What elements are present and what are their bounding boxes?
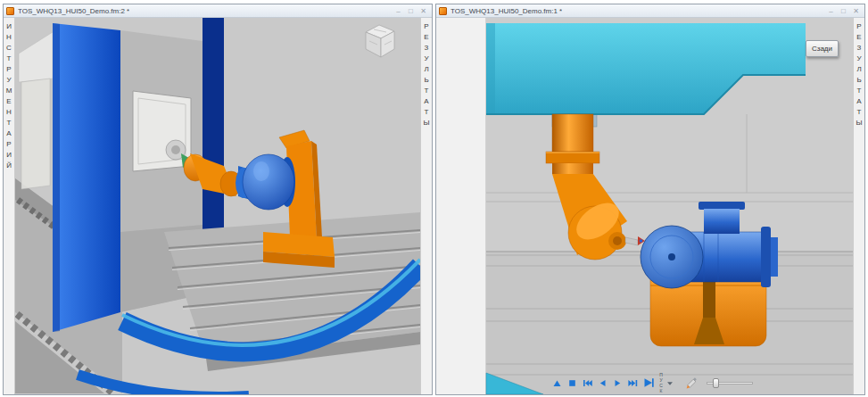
app-root: TOS_WHQ13_HUI50_Demo.fm:2 * – □ ✕ ИНСТРУ… <box>0 0 868 397</box>
scene-left-band <box>436 18 486 394</box>
results-panel-tab-right-window[interactable]: РЕЗУЛЬТАТЫ <box>853 18 864 394</box>
pencil-icon[interactable] <box>685 376 699 390</box>
results-tab-label: РЕЗУЛЬТАТЫ <box>854 22 865 394</box>
tools-panel-tab[interactable]: ИНСТРУМЕНТАРИЙ <box>4 18 15 394</box>
right-window-title: TOS_WHQ13_HUI50_Demo.fm:1 * <box>451 7 562 15</box>
close-button[interactable]: ✕ <box>417 5 429 17</box>
viewport-3d-right[interactable]: Сзади ПУСК <box>436 18 853 394</box>
right-window-controls: – □ ✕ <box>825 5 862 17</box>
up-icon[interactable] <box>551 377 563 389</box>
document-icon <box>439 7 447 15</box>
right-titlebar[interactable]: TOS_WHQ13_HUI50_Demo.fm:1 * – □ ✕ <box>436 4 864 18</box>
left-titlebar[interactable]: TOS_WHQ13_HUI50_Demo.fm:2 * – □ ✕ <box>4 4 432 18</box>
minimize-button[interactable]: – <box>825 5 837 17</box>
document-icon <box>6 7 14 15</box>
simulation-playbar: ПУСК <box>551 376 753 390</box>
slider-thumb[interactable] <box>713 378 719 388</box>
results-panel-tab-left-window[interactable]: РЕЗУЛЬТАТЫ <box>420 18 432 394</box>
run-icon[interactable] <box>642 376 655 389</box>
speed-slider[interactable] <box>707 378 753 388</box>
right-viewport-window: TOS_WHQ13_HUI50_Demo.fm:1 * – □ ✕ <box>435 4 865 395</box>
run-label: ПУСК <box>658 372 663 393</box>
view-orientation-button[interactable]: Сзади <box>806 40 839 57</box>
step-back-icon[interactable] <box>597 377 608 389</box>
stop-icon[interactable] <box>566 377 578 389</box>
dropdown-icon[interactable] <box>666 377 674 389</box>
workpiece-sphere <box>243 154 295 210</box>
close-button[interactable]: ✕ <box>850 5 862 17</box>
left-window-title: TOS_WHQ13_HUI50_Demo.fm:2 * <box>18 7 129 15</box>
minimize-button[interactable]: – <box>393 5 404 17</box>
machine-cover <box>19 32 53 189</box>
left-window-controls: – □ ✕ <box>393 5 429 17</box>
left-viewport-window: TOS_WHQ13_HUI50_Demo.fm:2 * – □ ✕ ИНСТРУ… <box>3 4 433 395</box>
maximize-button[interactable]: □ <box>838 5 849 17</box>
skip-to-start-icon[interactable] <box>582 377 593 389</box>
viewport-3d-left[interactable] <box>15 18 420 394</box>
maximize-button[interactable]: □ <box>405 5 417 17</box>
play-icon[interactable] <box>612 377 624 389</box>
skip-to-end-icon[interactable] <box>627 377 639 389</box>
tools-tab-label: ИНСТРУМЕНТАРИЙ <box>4 22 15 394</box>
results-tab-label: РЕЗУЛЬТАТЫ <box>421 22 433 394</box>
view-cube[interactable] <box>359 20 400 61</box>
